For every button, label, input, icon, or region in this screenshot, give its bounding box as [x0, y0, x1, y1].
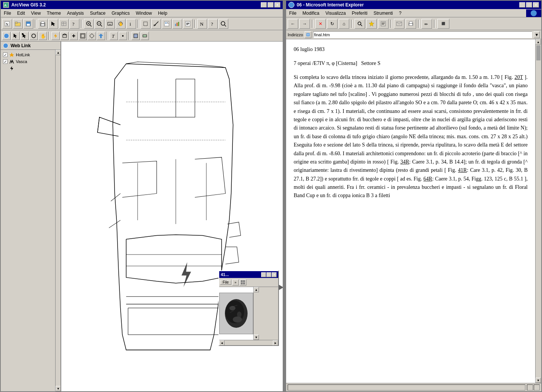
tb-cursor-btn[interactable] — [48, 19, 58, 29]
arcview-maximize-btn[interactable]: □ — [268, 2, 274, 8]
tb2-T-btn[interactable]: T — [110, 32, 118, 40]
popup-chevron-btn[interactable]: » — [232, 279, 239, 286]
ie-back-btn[interactable]: ← — [288, 19, 298, 29]
tb-identify-btn[interactable]: i — [126, 19, 136, 29]
tb2-pointer-btn[interactable] — [11, 32, 20, 40]
tb2-vertex-btn[interactable] — [20, 32, 29, 40]
ie-menu-visualizza[interactable]: Visualizza — [322, 10, 349, 17]
popup-title-text: 41... — [221, 272, 229, 277]
tb-symbol-btn[interactable]: N — [197, 19, 207, 29]
ie-forward-btn[interactable]: → — [299, 19, 310, 29]
ie-scroll-up[interactable]: ▲ — [536, 39, 541, 45]
ie-maximize-btn[interactable]: □ — [526, 2, 532, 8]
tb-zoom-out-btn[interactable] — [94, 19, 104, 29]
popup-scroll-down[interactable]: ▼ — [254, 335, 259, 340]
ie-edit-btn[interactable]: ✏ — [421, 19, 432, 29]
tb-open-btn[interactable] — [13, 19, 23, 29]
tb2-globe-btn[interactable] — [2, 32, 11, 40]
link-64R[interactable]: 64R — [423, 176, 432, 182]
menu-edit[interactable]: Edit — [14, 10, 28, 17]
tb2-dot-btn[interactable] — [119, 32, 127, 40]
tb2-diamond-btn[interactable] — [88, 32, 96, 40]
tb-zoom-full-btn[interactable]: ∞ — [105, 19, 115, 29]
tb2-arrow-btn[interactable] — [97, 32, 105, 40]
ie-history-btn[interactable] — [378, 19, 389, 29]
tb2-lightning-btn[interactable] — [51, 32, 60, 40]
tb-select-btn[interactable] — [141, 19, 150, 29]
ie-mail-btn[interactable] — [394, 19, 404, 29]
ie-favorites-btn[interactable] — [366, 19, 377, 29]
tb2-cross-btn[interactable] — [70, 32, 78, 40]
tb-save-btn[interactable] — [23, 19, 33, 29]
ie-address-dropdown[interactable]: ▼ — [534, 31, 540, 38]
popup-scroll-left[interactable]: ◄ — [219, 340, 225, 346]
menu-view[interactable]: View — [28, 10, 44, 17]
ie-stop-btn[interactable]: ✕ — [315, 19, 326, 29]
arcview-minimize-btn[interactable]: _ — [261, 2, 267, 8]
ie-menu-modifica[interactable]: Modifica — [299, 10, 322, 17]
ie-home-btn[interactable]: ⌂ — [339, 19, 349, 29]
ie-refresh-btn[interactable]: ↻ — [327, 19, 338, 29]
scroll-down-btn[interactable]: ▼ — [56, 386, 60, 391]
hotlink-label: HotLink — [16, 52, 30, 57]
menu-file[interactable]: File — [1, 10, 14, 17]
link-20T[interactable]: 20T — [514, 74, 523, 80]
menu-surface[interactable]: Surface — [87, 10, 108, 17]
ie-scrollbar-track[interactable] — [536, 45, 541, 378]
svg-rect-9 — [41, 22, 44, 23]
vasca-checkbox[interactable]: ✓ — [3, 59, 8, 64]
ie-scroll-down[interactable]: ▼ — [536, 378, 541, 383]
link-41R[interactable]: 41R — [458, 167, 467, 173]
menu-window[interactable]: Window — [133, 10, 155, 17]
tb2-select1-btn[interactable] — [132, 32, 140, 40]
popup-grid-btn[interactable] — [240, 279, 246, 286]
menu-theme[interactable]: Theme — [44, 10, 64, 17]
popup-close-btn[interactable]: × — [272, 272, 277, 277]
tb-report-btn[interactable] — [183, 19, 193, 29]
tb-help-btn[interactable]: ? — [208, 19, 218, 29]
ie-address-input[interactable] — [313, 31, 532, 38]
popup-file-btn[interactable]: File — [220, 280, 231, 285]
tb-query-btn[interactable]: ? — [70, 19, 79, 29]
menu-graphics[interactable]: Graphics — [108, 10, 133, 17]
popup-scroll-right[interactable]: ► — [273, 340, 278, 346]
tb2-select2-btn[interactable] — [141, 32, 149, 40]
link-34R[interactable]: 34R — [400, 159, 409, 165]
ie-window-controls: _ □ × — [519, 2, 539, 8]
scroll-up-btn[interactable]: ▲ — [56, 50, 60, 55]
ie-minimize-btn[interactable]: _ — [519, 2, 525, 8]
menu-analysis[interactable]: Analysis — [64, 10, 87, 17]
tb-layout-btn[interactable] — [162, 19, 172, 29]
popup-scroll-up[interactable]: ▲ — [254, 287, 259, 292]
svg-point-86 — [233, 316, 242, 323]
tb-zoom-in-btn[interactable] — [84, 19, 94, 29]
ie-close-btn[interactable]: × — [533, 2, 539, 8]
layer-item-hotlink[interactable]: ✓ HotLink — [2, 51, 54, 58]
svg-rect-97 — [409, 22, 412, 23]
ie-menu-file[interactable]: File — [286, 10, 299, 17]
tb2-circle-btn[interactable] — [29, 32, 38, 40]
ie-print-btn[interactable] — [406, 19, 416, 29]
tb-new-btn[interactable]: N — [2, 19, 12, 29]
menu-help[interactable]: Help — [155, 10, 170, 17]
popup-minimize-btn[interactable]: _ — [261, 272, 266, 277]
ie-scroll-thumb[interactable] — [536, 45, 540, 60]
tb-table-btn[interactable] — [59, 19, 69, 29]
tb2-resize-btn[interactable] — [79, 32, 87, 40]
layer-item-vasca[interactable]: ✓ Vasca — [2, 58, 54, 65]
ie-discuss-btn[interactable]: ⬛ — [437, 19, 449, 29]
hotlink-checkbox[interactable]: ✓ — [3, 52, 8, 57]
arcview-close-btn[interactable]: × — [274, 2, 280, 8]
popup-maximize-btn[interactable]: □ — [266, 272, 271, 277]
tb-search-btn[interactable] — [218, 19, 228, 29]
tb-print-btn[interactable] — [38, 19, 48, 29]
tb-chart-btn[interactable] — [172, 19, 182, 29]
tb2-hand-btn[interactable]: ✋ — [39, 32, 47, 40]
tb-measure-btn[interactable]: ⇔ — [151, 19, 161, 29]
ie-menu-preferiti[interactable]: Preferiti — [349, 10, 370, 17]
tb2-area-btn[interactable] — [60, 32, 69, 40]
tb-pan-btn[interactable]: ✋ — [116, 19, 125, 29]
ie-menu-help[interactable]: ? — [396, 10, 405, 17]
ie-menu-strumenti[interactable]: Strumenti — [370, 10, 396, 17]
ie-search-btn[interactable] — [355, 19, 365, 29]
